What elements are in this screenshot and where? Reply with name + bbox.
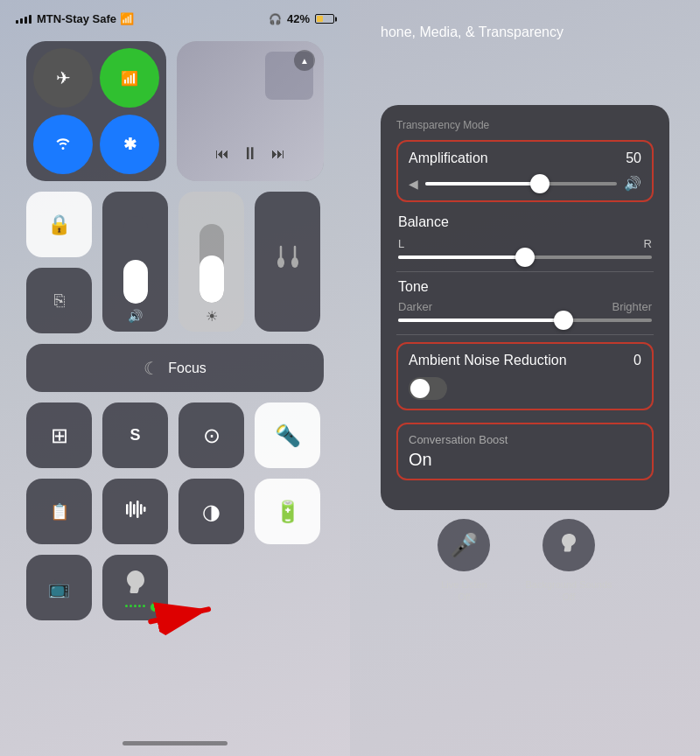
- shazam-icon: S: [130, 426, 140, 444]
- play-pause-icon[interactable]: ⏸: [242, 144, 259, 164]
- record-icon: ⊙: [203, 424, 220, 448]
- third-icon-row: ⊞ S ⊙ 🔦: [26, 402, 324, 468]
- shazam-button[interactable]: S: [102, 402, 168, 468]
- music-block[interactable]: ⏮ ⏸ ⏭ ▲: [177, 41, 324, 181]
- background-sounds-button[interactable]: Background SoundsOff: [525, 519, 612, 604]
- balance-right-label: R: [644, 237, 652, 250]
- home-indicator: [122, 741, 228, 746]
- volume-high-icon: 🔊: [624, 175, 641, 192]
- amplification-label: Amplification: [409, 150, 488, 166]
- live-listen-button[interactable]: 🎤 Live ListenOff: [438, 519, 490, 604]
- balance-label: Balance: [398, 214, 652, 230]
- calculator-button[interactable]: ⊞: [26, 402, 92, 468]
- conversation-boost-section[interactable]: Conversation Boost On: [396, 423, 654, 480]
- wifi-icon: [53, 133, 73, 157]
- amplification-section: Amplification 50 ◀ 🔊: [396, 140, 654, 202]
- bluetooth-button[interactable]: ✱: [100, 115, 159, 174]
- signal-bars: [16, 15, 32, 24]
- focus-label: Focus: [168, 360, 206, 376]
- tone-slider[interactable]: [398, 318, 652, 322]
- balance-track: [398, 256, 652, 259]
- settings-card: Transparency Mode Amplification 50 ◀ 🔊: [381, 105, 669, 510]
- status-bar: MTN-Stay Safe 📶 🎧 42%: [0, 0, 350, 32]
- control-center: ✈ 📶 ✱: [26, 41, 324, 631]
- soundwave-button[interactable]: [102, 479, 168, 544]
- amplification-row: Amplification 50: [409, 150, 641, 166]
- balance-section: Balance L R: [396, 214, 654, 259]
- connectivity-block: ✈ 📶 ✱: [26, 41, 166, 181]
- live-listen-circle: 🎤: [438, 519, 490, 571]
- wifi-status-icon: 📶: [120, 12, 134, 25]
- fast-forward-icon[interactable]: ⏭: [271, 146, 285, 162]
- screen-mirror-button[interactable]: ⎘: [26, 268, 92, 333]
- airplay-icon: ▲: [300, 56, 309, 66]
- wifi-button[interactable]: [33, 115, 93, 174]
- record-button[interactable]: ⊙: [178, 402, 244, 468]
- battery-widget-button[interactable]: 🔋: [255, 479, 320, 544]
- tone-track: [398, 318, 652, 322]
- battery-fill: [317, 16, 323, 22]
- background-sounds-circle: [542, 519, 595, 571]
- flashlight-button[interactable]: 🔦: [255, 402, 320, 468]
- tone-fill: [398, 318, 564, 322]
- tone-range-labels: Darker Brighter: [398, 300, 652, 313]
- ambient-noise-section: Ambient Noise Reduction 0: [396, 342, 654, 410]
- divider-2: [396, 334, 654, 335]
- status-left: MTN-Stay Safe 📶: [16, 12, 134, 25]
- notes-button[interactable]: 📋: [26, 479, 92, 544]
- svg-rect-8: [140, 504, 143, 514]
- amplification-slider[interactable]: ◀ 🔊: [409, 175, 641, 192]
- remote-button[interactable]: 📺: [26, 555, 92, 620]
- bluetooth-icon: ✱: [123, 135, 136, 154]
- brightness-slider[interactable]: ☀: [178, 192, 244, 332]
- amplification-thumb[interactable]: [530, 174, 550, 193]
- svg-point-0: [277, 257, 284, 268]
- notes-icon: 📋: [50, 502, 69, 522]
- background-sounds-label: Background SoundsOff: [525, 578, 612, 604]
- focus-button[interactable]: ☾ Focus: [26, 344, 324, 392]
- balance-slider[interactable]: [398, 256, 652, 259]
- brightness-bar: [200, 224, 224, 303]
- airplay-button[interactable]: ▲: [294, 50, 315, 71]
- airpods-icon: [272, 238, 304, 286]
- ambient-noise-toggle[interactable]: [409, 377, 447, 400]
- rewind-icon[interactable]: ⏮: [215, 146, 229, 162]
- calculator-icon: ⊞: [51, 424, 68, 448]
- cellular-button[interactable]: 📶: [100, 48, 159, 108]
- hearing-button[interactable]: [102, 555, 168, 620]
- conversation-boost-value: On: [409, 450, 641, 470]
- live-listen-label: Live ListenOff: [441, 578, 487, 604]
- brightness-icon: ☀: [206, 308, 218, 325]
- second-row: 🔒 ⎘ 🔊 ☀: [26, 192, 324, 333]
- brighter-label: Brighter: [612, 300, 652, 313]
- volume-icon: 🔊: [128, 309, 143, 323]
- airpods-block[interactable]: [255, 192, 320, 332]
- toggle-thumb: [410, 379, 430, 398]
- amplification-track: [425, 182, 617, 186]
- top-row: ✈ 📶 ✱: [26, 41, 324, 181]
- transparency-mode-label: Transparency Mode: [396, 119, 654, 131]
- svg-point-2: [291, 257, 298, 268]
- battery-container: [315, 14, 334, 24]
- brightness-fill: [200, 256, 224, 303]
- status-right: 🎧 42%: [269, 12, 334, 25]
- rotation-lock-button[interactable]: 🔒: [26, 192, 92, 257]
- invert-button[interactable]: ◑: [178, 479, 244, 544]
- ambient-noise-label: Ambient Noise Reduction: [409, 353, 567, 368]
- flashlight-icon: 🔦: [275, 424, 301, 448]
- soundwave-icon: [123, 497, 148, 527]
- headphone-icon: 🎧: [269, 13, 282, 25]
- remote-icon: 📺: [48, 578, 70, 598]
- balance-thumb[interactable]: [515, 248, 535, 267]
- svg-rect-4: [126, 504, 129, 514]
- svg-rect-6: [133, 504, 136, 514]
- darker-label: Darker: [398, 300, 432, 313]
- left-panel: MTN-Stay Safe 📶 🎧 42% ✈ 📶: [0, 0, 350, 756]
- volume-slider[interactable]: 🔊: [102, 192, 168, 332]
- airplane-mode-button[interactable]: ✈: [33, 48, 93, 108]
- panel-header-title: hone, Media, & Transparency: [381, 24, 669, 40]
- balance-fill: [398, 256, 525, 259]
- hearing-dots: [125, 605, 145, 607]
- microphone-icon: 🎤: [450, 532, 478, 559]
- tone-thumb[interactable]: [554, 311, 573, 330]
